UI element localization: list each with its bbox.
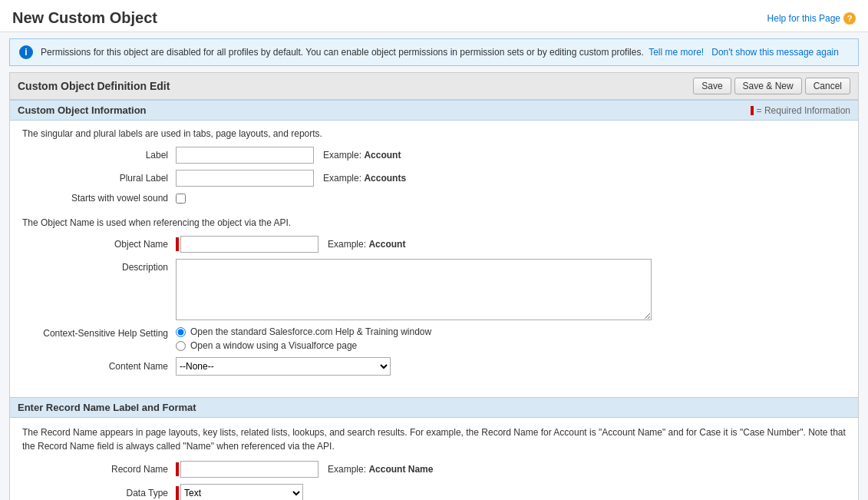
record-name-input[interactable] (180, 461, 318, 478)
context-help-label: Context-Sensitive Help Setting (22, 326, 176, 339)
record-name-section-title: Enter Record Name Label and Format (18, 402, 850, 413)
radio-option1-label: Open the standard Salesforce.com Help & … (190, 326, 431, 337)
info-icon: i (19, 45, 33, 59)
radio-option2[interactable] (176, 341, 186, 351)
toolbar-buttons: Save Save & New Cancel (693, 78, 850, 94)
plural-label-input-wrapper (176, 170, 314, 187)
label-input-wrapper (176, 147, 314, 164)
custom-object-info-title: Custom Object Information (18, 104, 147, 116)
custom-object-info-header: Custom Object Information = Required Inf… (10, 100, 858, 121)
object-name-row: Object Name Example: Account (22, 236, 846, 253)
vowel-sound-row: Starts with vowel sound (22, 193, 846, 204)
save-new-button[interactable]: Save & New (734, 78, 802, 94)
label-input[interactable] (176, 147, 314, 164)
description-textarea[interactable] (176, 259, 652, 320)
vowel-sound-label: Starts with vowel sound (22, 193, 176, 204)
plural-label-example: Example: Accounts (323, 173, 406, 184)
required-note: = Required Information (751, 105, 850, 116)
info-banner-text: Permissions for this object are disabled… (41, 47, 839, 58)
tell-me-more-link[interactable]: Tell me more! (649, 47, 704, 58)
page-header: New Custom Object Help for this Page ? (0, 0, 868, 32)
definition-edit-header: Custom Object Definition Edit Save Save … (10, 73, 858, 100)
description-field-label: Description (22, 259, 176, 273)
object-name-required-indicator (176, 237, 179, 251)
record-name-example: Example: Account Name (328, 464, 433, 475)
record-name-section-header: Enter Record Name Label and Format (10, 397, 858, 418)
data-type-select[interactable]: Text Auto Number (180, 484, 303, 500)
plural-label-input[interactable] (176, 170, 314, 187)
record-name-input-wrapper (176, 461, 318, 478)
radio-option2-label: Open a window using a Visualforce page (190, 340, 357, 351)
label-field-label: Label (22, 150, 176, 161)
record-name-required-indicator (176, 462, 179, 476)
data-type-required-indicator (176, 486, 179, 500)
record-name-row: Record Name Example: Account Name (22, 461, 846, 478)
plural-label-row: Plural Label Example: Accounts (22, 170, 846, 187)
object-name-description: The Object Name is used when referencing… (22, 217, 846, 228)
label-row: Label Example: Account (22, 147, 846, 164)
content-name-select[interactable]: --None-- (176, 357, 391, 376)
record-name-field-label: Record Name (22, 464, 176, 475)
save-button[interactable]: Save (693, 78, 731, 94)
data-type-row: Data Type Text Auto Number (22, 484, 846, 500)
record-name-description: The Record Name appears in page layouts,… (22, 425, 846, 453)
description-row: Description (22, 259, 846, 320)
record-name-section-body: The Record Name appears in page layouts,… (10, 418, 858, 500)
content-name-row: Content Name --None-- (22, 357, 846, 376)
page-title: New Custom Object (12, 9, 157, 27)
vowel-sound-checkbox[interactable] (176, 194, 186, 204)
required-bar-icon (751, 106, 754, 115)
label-description: The singular and plural labels are used … (22, 128, 846, 139)
data-type-field-label: Data Type (22, 488, 176, 498)
label-example: Example: Account (323, 150, 401, 161)
dont-show-link[interactable]: Don't show this message again (711, 47, 839, 58)
content-name-label: Content Name (22, 361, 176, 372)
plural-label-field-label: Plural Label (22, 173, 176, 184)
context-help-row: Context-Sensitive Help Setting Open the … (22, 326, 846, 351)
context-help-radio-group: Open the standard Salesforce.com Help & … (176, 326, 431, 351)
record-name-section: Enter Record Name Label and Format The R… (10, 397, 858, 500)
object-name-field-label: Object Name (22, 239, 176, 250)
object-name-input-wrapper (176, 236, 318, 253)
object-name-example: Example: Account (328, 239, 405, 250)
data-type-input-wrapper: Text Auto Number (176, 484, 303, 500)
radio-option1-row[interactable]: Open the standard Salesforce.com Help & … (176, 326, 431, 337)
definition-edit-title: Custom Object Definition Edit (18, 80, 170, 92)
main-content: Custom Object Definition Edit Save Save … (9, 72, 859, 500)
help-link[interactable]: Help for this Page ? (767, 12, 856, 25)
radio-option2-row[interactable]: Open a window using a Visualforce page (176, 340, 431, 351)
cancel-button[interactable]: Cancel (805, 78, 850, 94)
help-icon: ? (843, 12, 856, 25)
info-banner: i Permissions for this object are disabl… (9, 38, 859, 66)
object-name-input[interactable] (180, 236, 318, 253)
radio-option1[interactable] (176, 327, 186, 337)
custom-object-info-body: The singular and plural labels are used … (10, 121, 858, 389)
help-link-text: Help for this Page (767, 13, 840, 24)
